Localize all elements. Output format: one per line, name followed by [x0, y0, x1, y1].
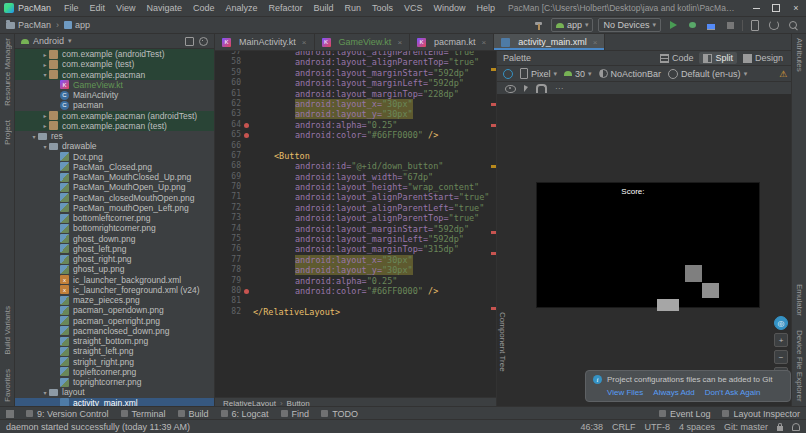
- tree-row-pacman[interactable]: Cpacman: [15, 100, 214, 110]
- gradle-sync-button[interactable]: [767, 19, 781, 32]
- tree-collapse-icon[interactable]: ▾: [30, 133, 38, 140]
- view-options-icon[interactable]: [505, 85, 516, 93]
- code-line[interactable]: 67<Button: [215, 151, 496, 161]
- tool-window-button-project[interactable]: Project: [3, 120, 12, 145]
- tree-expand-icon[interactable]: ▸: [41, 51, 49, 58]
- menu-code[interactable]: Code: [188, 2, 220, 14]
- tree-row-topleftcorner-png[interactable]: topleftcorner.png: [15, 367, 214, 377]
- api-level-select[interactable]: 30 ▾: [564, 69, 592, 79]
- zoom-out-button[interactable]: −: [774, 350, 788, 364]
- menu-refactor[interactable]: Refactor: [264, 2, 308, 14]
- tree-row-com-example-pacman-androidtest[interactable]: ▸com.example.pacman (androidTest): [15, 111, 214, 121]
- code-line[interactable]: 66: [215, 141, 496, 151]
- code-line[interactable]: 64android:alpha="0.25": [215, 120, 496, 130]
- code-line[interactable]: 71android:layout_alignParentStart="true": [215, 192, 496, 202]
- close-tab-icon[interactable]: ×: [593, 38, 598, 47]
- tree-expand-icon[interactable]: ▸: [41, 122, 49, 129]
- code-line[interactable]: 76android:layout_marginTop="315dp": [215, 244, 496, 254]
- autoconnect-icon[interactable]: [536, 84, 547, 93]
- code-line[interactable]: 81: [215, 296, 496, 306]
- code-line[interactable]: 78android:layout_y="30px": [215, 265, 496, 275]
- tool-window-button-favorites[interactable]: Favorites: [3, 369, 12, 402]
- tree-row-ic-launcher-background-xml[interactable]: xic_launcher_background.xml: [15, 275, 214, 285]
- tree-row-ghost-up-png[interactable]: ghost_up.png: [15, 264, 214, 274]
- menu-navigate[interactable]: Navigate: [141, 2, 187, 14]
- code-line[interactable]: 82</RelativeLayout>: [215, 307, 496, 317]
- tool-window-button-event-log[interactable]: Event Log: [659, 409, 711, 419]
- menu-edit[interactable]: Edit: [85, 2, 111, 14]
- close-tab-icon[interactable]: ×: [302, 38, 307, 47]
- code-line[interactable]: 70android:layout_height="wrap_content": [215, 182, 496, 192]
- tree-collapse-icon[interactable]: ▾: [41, 389, 49, 396]
- mode-split-button[interactable]: Split: [699, 52, 737, 64]
- tree-row-ghost-left-png[interactable]: ghost_left.png: [15, 244, 214, 254]
- profiler-button[interactable]: [704, 19, 718, 32]
- code-line[interactable]: 68android:id="@+id/down_button": [215, 161, 496, 171]
- tree-row-bottomleftcorner-png[interactable]: bottomleftcorner.png: [15, 213, 214, 223]
- tree-row-straight-left-png[interactable]: straight_left.png: [15, 346, 214, 356]
- select-tool-icon[interactable]: [524, 85, 528, 92]
- tree-row-toprightcorner-png[interactable]: toprightcorner.png: [15, 377, 214, 387]
- tree-collapse-icon[interactable]: ▾: [41, 143, 49, 150]
- tool-window-button-build-variants[interactable]: Build Variants: [3, 306, 12, 355]
- tree-row-gameview-kt[interactable]: KGameView.kt: [15, 80, 214, 90]
- tree-row-layout[interactable]: ▾layout: [15, 387, 214, 397]
- menu-tools[interactable]: Tools: [367, 2, 398, 14]
- tree-row-pacman-closed-png[interactable]: PacMan_Closed.png: [15, 162, 214, 172]
- mode-design-button[interactable]: Design: [739, 52, 787, 64]
- gear-icon[interactable]: [199, 37, 208, 46]
- menu-help[interactable]: Help: [472, 2, 501, 14]
- close-tab-icon[interactable]: ×: [397, 38, 402, 47]
- status-item-46-38[interactable]: 46:38: [580, 422, 603, 432]
- tree-row-pacman-mouthopen-up-png[interactable]: PacMan_MouthOpen_Up.png: [15, 182, 214, 192]
- run-configuration-select[interactable]: app ▾: [551, 18, 594, 32]
- tab-mainactivity-kt[interactable]: KMainActivity.kt×: [215, 34, 315, 50]
- status-item-git-master[interactable]: Git: master: [724, 422, 768, 432]
- tool-window-button-todo[interactable]: TODO: [321, 409, 358, 419]
- tool-window-button-6-logcat[interactable]: 6: Logcat: [221, 409, 269, 419]
- tree-row-straight-bottom-png[interactable]: straight_bottom.png: [15, 336, 214, 346]
- notification-action-don-t-ask-again[interactable]: Don't Ask Again: [705, 388, 761, 397]
- tool-window-button-build[interactable]: Build: [178, 409, 209, 419]
- tree-row-com-example-pacman[interactable]: ▾com.example.pacman: [15, 70, 214, 80]
- menu-window[interactable]: Window: [429, 2, 471, 14]
- theme-select[interactable]: NoActionBar: [599, 69, 662, 79]
- build-button[interactable]: [532, 19, 546, 32]
- menu-build[interactable]: Build: [309, 2, 339, 14]
- status-item-4-spaces[interactable]: 4 spaces: [679, 422, 715, 432]
- tree-row-com-example-test[interactable]: ▸com.example (test): [15, 59, 214, 69]
- menu-file[interactable]: File: [59, 2, 84, 14]
- tab-gameview-kt[interactable]: KGameView.kt×: [315, 34, 411, 50]
- tree-row-pacman-openright-png[interactable]: pacman_openright.png: [15, 316, 214, 326]
- zoom-in-button[interactable]: +: [774, 333, 788, 347]
- tree-row-com-example-pacman-test[interactable]: ▸com.example.pacman (test): [15, 121, 214, 131]
- breadcrumb-project[interactable]: PacMan: [18, 20, 51, 30]
- tree-row-com-example-androidtest[interactable]: ▸com.example (androidTest): [15, 49, 214, 59]
- tree-row-activity-main-xml[interactable]: activity_main.xml: [15, 398, 214, 407]
- code-line[interactable]: 72android:layout_alignParentLeft="true": [215, 203, 496, 213]
- tool-window-button-9-version-control[interactable]: 9: Version Control: [26, 409, 109, 419]
- tree-row-res[interactable]: ▾res: [15, 131, 214, 141]
- tool-window-button-resource-manager[interactable]: Resource Manager: [3, 38, 12, 106]
- tree-row-pacman-mouthclosed-up-png[interactable]: PacMan_MouthClosed_Up.png: [15, 172, 214, 182]
- status-item-utf-8[interactable]: UTF-8: [644, 422, 670, 432]
- component-tree-tab[interactable]: Component Tree: [498, 312, 507, 372]
- tool-window-button-terminal[interactable]: Terminal: [121, 409, 166, 419]
- menu-run[interactable]: Run: [340, 2, 367, 14]
- debug-button[interactable]: [685, 19, 699, 32]
- tree-row-mainactivity[interactable]: CMainActivity: [15, 90, 214, 100]
- code-line[interactable]: 59android:layout_marginStart="592dp": [215, 68, 496, 78]
- code-line[interactable]: 79android:alpha="0.25": [215, 276, 496, 286]
- code-line[interactable]: 80android:color="#66FF0000" />: [215, 286, 496, 296]
- code-line[interactable]: 73android:layout_alignParentTop="true": [215, 213, 496, 223]
- project-view-selector[interactable]: Android: [33, 36, 64, 46]
- tree-row-dot-png[interactable]: Dot.png: [15, 152, 214, 162]
- palette-tab[interactable]: Palette: [503, 53, 531, 63]
- tool-window-button-device-file-explorer[interactable]: Device File Explorer: [795, 330, 804, 402]
- tool-window-button-attributes[interactable]: Attributes: [795, 38, 804, 72]
- tree-row-pacmanclosed-down-png[interactable]: pacmanclosed_down.png: [15, 326, 214, 336]
- code-editor[interactable]: 57android:layout_alignParentEnd="true"58…: [215, 51, 496, 397]
- notification-action-view-files[interactable]: View Files: [607, 388, 643, 397]
- more-options-icon[interactable]: ⋯: [555, 84, 564, 93]
- code-line[interactable]: 74android:layout_marginStart="592dp": [215, 224, 496, 234]
